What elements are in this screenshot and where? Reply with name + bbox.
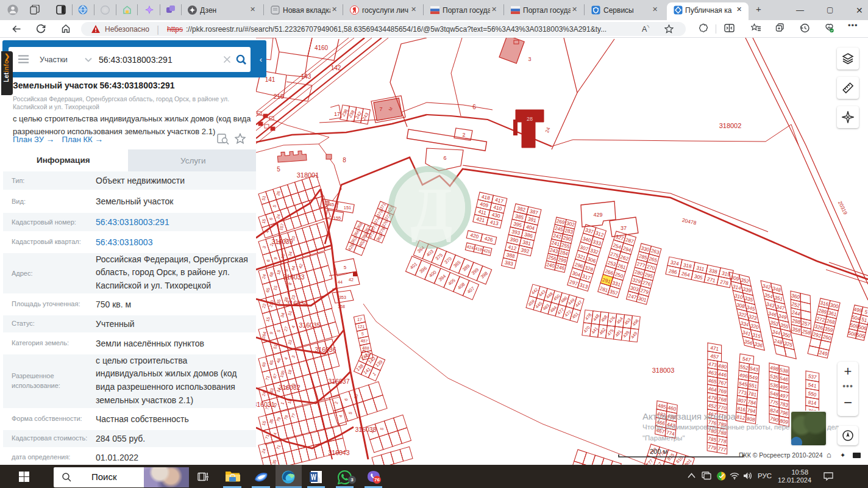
- svg-text:ПКК © Росреестр 2010-2024: ПКК © Росреестр 2010-2024: [739, 451, 823, 459]
- svg-text:5: 5: [277, 166, 280, 173]
- svg-text:✦: ✦: [840, 451, 845, 459]
- svg-text:488: 488: [362, 346, 369, 351]
- svg-text:7: 7: [379, 106, 382, 112]
- svg-text:3: 3: [528, 56, 531, 62]
- svg-text:316036: 316036: [315, 346, 336, 353]
- svg-text:37: 37: [621, 225, 627, 231]
- svg-text:17: 17: [357, 317, 362, 321]
- svg-text:28: 28: [527, 116, 533, 122]
- svg-text:Д: Д: [411, 175, 453, 243]
- svg-text:143: 143: [301, 73, 311, 80]
- svg-text:142: 142: [331, 65, 341, 71]
- svg-text:141: 141: [265, 76, 276, 83]
- svg-text:Актуализация жгннюа: Актуализация жгннюа: [642, 411, 736, 422]
- svg-text:200 м: 200 м: [650, 448, 667, 455]
- svg-text:5: 5: [361, 332, 364, 336]
- svg-text:⌂: ⌂: [827, 450, 831, 459]
- svg-text:4160: 4160: [315, 45, 329, 51]
- svg-text:17: 17: [334, 111, 340, 117]
- svg-text:316031: 316031: [256, 401, 275, 408]
- svg-text:5: 5: [344, 265, 347, 270]
- svg-text:151: 151: [344, 205, 352, 210]
- svg-text:316035: 316035: [299, 321, 320, 329]
- svg-text:358: 358: [338, 304, 345, 309]
- svg-text:6: 6: [472, 104, 476, 110]
- svg-text:316043: 316043: [328, 449, 349, 456]
- svg-text:316034: 316034: [286, 300, 307, 307]
- svg-text:316039: 316039: [271, 238, 293, 245]
- svg-text:"Параметры": "Параметры": [642, 434, 685, 442]
- svg-text:316033: 316033: [283, 273, 304, 281]
- svg-text:316037: 316037: [328, 378, 349, 385]
- svg-text:318003: 318003: [652, 367, 675, 374]
- svg-text:429: 429: [593, 212, 602, 218]
- svg-text:121: 121: [357, 325, 365, 329]
- svg-text:318002: 318002: [719, 122, 742, 129]
- svg-text:44: 44: [338, 280, 343, 284]
- svg-text:2: 2: [462, 132, 465, 138]
- svg-text:42: 42: [349, 278, 354, 282]
- svg-text:8: 8: [343, 157, 346, 163]
- svg-text:487: 487: [360, 339, 368, 343]
- svg-text:216: 216: [274, 93, 284, 100]
- svg-text:316038: 316038: [355, 426, 376, 433]
- svg-text:6: 6: [443, 155, 446, 161]
- svg-text:316032: 316032: [279, 384, 300, 391]
- svg-text:353: 353: [339, 295, 346, 300]
- svg-text:155: 155: [333, 215, 341, 221]
